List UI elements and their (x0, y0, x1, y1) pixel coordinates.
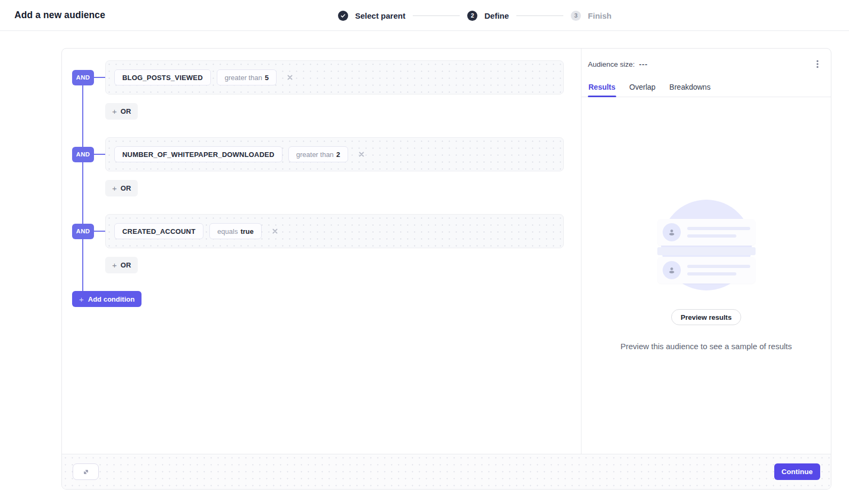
step-label: Finish (588, 11, 611, 20)
kebab-menu-icon[interactable] (812, 57, 823, 71)
user-avatar-icon (663, 261, 681, 279)
field-name: NUMBER_OF_WHITEPAPER_DOWNLOADED (122, 151, 274, 159)
skeleton-lines (687, 227, 750, 238)
field-name: BLOG_POSTS_VIEWED (122, 74, 203, 82)
illustration-rows (657, 219, 756, 284)
step-connector-line (413, 15, 460, 16)
condition-card: CREATED_ACCOUNT equals true (105, 214, 564, 248)
plus-icon: + (112, 261, 117, 269)
condition-row: AND BLOG_POSTS_VIEWED greater than 5 (72, 60, 564, 94)
condition-row: AND NUMBER_OF_WHITEPAPER_DOWNLOADED grea… (72, 137, 564, 171)
condition-builder: AND BLOG_POSTS_VIEWED greater than 5 (62, 49, 581, 454)
remove-condition-icon[interactable] (358, 151, 365, 158)
card-body: AND BLOG_POSTS_VIEWED greater than 5 (62, 49, 831, 454)
step-label: Select parent (355, 11, 405, 20)
operator-label: greater than (225, 74, 262, 82)
add-or-condition-button[interactable]: + OR (105, 103, 138, 120)
connector-line (94, 154, 105, 155)
operator-label: greater than (296, 151, 334, 159)
add-condition-label: Add condition (88, 295, 135, 303)
results-empty-illustration (657, 200, 756, 292)
user-avatar-icon (663, 223, 681, 241)
page-title: Add a new audience (14, 10, 105, 21)
plus-icon: + (112, 184, 117, 192)
or-label: OR (121, 107, 131, 115)
plus-icon: + (112, 107, 117, 115)
condition-operator-chip[interactable]: greater than 2 (288, 146, 348, 162)
or-label: OR (121, 184, 131, 192)
audience-size-value: --- (639, 60, 648, 68)
condition-row: AND CREATED_ACCOUNT equals true (72, 214, 564, 248)
field-name: CREATED_ACCOUNT (122, 227, 195, 235)
step-define[interactable]: 2 Define (467, 11, 509, 21)
step-complete-check-icon (338, 11, 348, 21)
or-row: + OR (72, 257, 564, 291)
condition-field-chip[interactable]: CREATED_ACCOUNT (114, 223, 203, 239)
continue-button[interactable]: Continue (774, 463, 821, 480)
tab-overlap[interactable]: Overlap (629, 74, 656, 97)
and-badge[interactable]: AND (72, 70, 94, 85)
condition-operator-chip[interactable]: equals true (209, 223, 262, 239)
header: Add a new audience Select parent 2 Defin… (0, 0, 849, 31)
condition-card: BLOG_POSTS_VIEWED greater than 5 (105, 60, 564, 94)
plus-icon: + (79, 295, 84, 303)
audience-builder-card: AND BLOG_POSTS_VIEWED greater than 5 (61, 48, 831, 490)
illustration-strip (657, 247, 756, 255)
remove-condition-icon[interactable] (272, 228, 278, 234)
expand-icon[interactable] (73, 463, 99, 480)
or-label: OR (121, 261, 131, 269)
operator-label: equals (217, 227, 238, 235)
illustration-user-card (657, 219, 756, 246)
step-number: 2 (467, 11, 477, 21)
add-or-condition-button[interactable]: + OR (105, 180, 138, 196)
or-row: + OR (72, 180, 564, 214)
condition-field-chip[interactable]: BLOG_POSTS_VIEWED (114, 69, 211, 85)
and-badge[interactable]: AND (72, 224, 94, 239)
tab-results[interactable]: Results (588, 74, 616, 97)
illustration-user-card (657, 257, 756, 284)
audience-size-row: Audience size: --- (581, 49, 831, 74)
and-trunk-line (82, 76, 83, 291)
tab-breakdowns[interactable]: Breakdowns (669, 74, 711, 97)
step-label: Define (484, 11, 509, 20)
step-select-parent[interactable]: Select parent (338, 11, 405, 21)
step-finish: 3 Finish (571, 11, 611, 21)
add-or-condition-button[interactable]: + OR (105, 257, 138, 273)
skeleton-lines (687, 265, 750, 275)
condition-card: NUMBER_OF_WHITEPAPER_DOWNLOADED greater … (105, 137, 564, 171)
results-panel-body: Preview results Preview this audience to… (581, 97, 831, 454)
panel-tabs: Results Overlap Breakdowns (581, 74, 831, 97)
step-connector-line (516, 15, 563, 16)
remove-condition-icon[interactable] (287, 74, 293, 81)
connector-line (94, 77, 105, 78)
step-number: 3 (571, 11, 581, 21)
stepper: Select parent 2 Define 3 Finish (338, 0, 611, 31)
connector-line (94, 231, 105, 232)
preview-panel: Audience size: --- Results Overlap Break… (581, 49, 831, 454)
preview-caption: Preview this audience to see a sample of… (620, 342, 792, 351)
operator-value: 5 (265, 74, 269, 82)
condition-operator-chip[interactable]: greater than 5 (217, 69, 277, 85)
preview-results-button[interactable]: Preview results (671, 309, 741, 325)
operator-value: 2 (336, 151, 340, 159)
condition-field-chip[interactable]: NUMBER_OF_WHITEPAPER_DOWNLOADED (114, 146, 282, 162)
add-condition-button[interactable]: + Add condition (72, 291, 142, 307)
and-badge[interactable]: AND (72, 147, 94, 162)
footer-bar: Continue (62, 454, 831, 489)
or-row: + OR (72, 103, 564, 137)
audience-size-label: Audience size: (588, 60, 635, 68)
operator-value: true (240, 227, 254, 235)
